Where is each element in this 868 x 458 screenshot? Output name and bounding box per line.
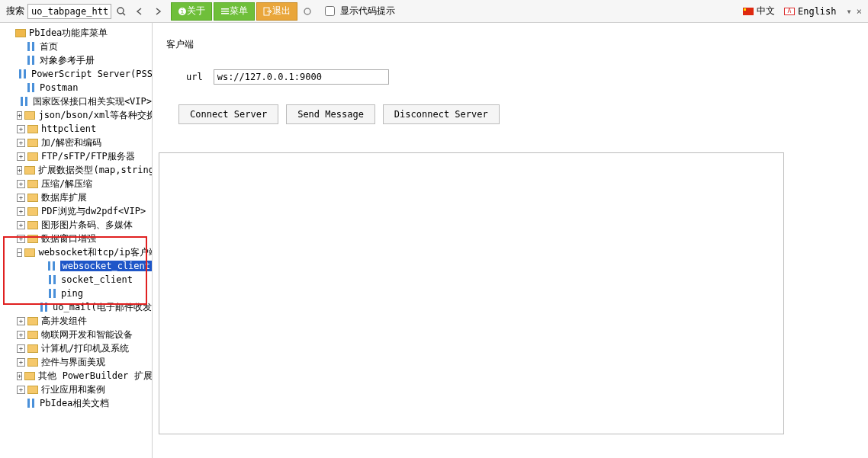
close-button[interactable]: × (857, 6, 862, 17)
show-code-hint-checkbox[interactable] (325, 6, 335, 16)
client-panel: url Connect Server Send Message Disconne… (159, 60, 868, 124)
tree-item-label: ping (61, 288, 83, 299)
folder-icon (27, 331, 38, 339)
tree-item[interactable]: +图形图片条码、多媒体 (14, 218, 152, 232)
expand-icon[interactable]: + (17, 207, 25, 216)
tree-item-label: 首页 (40, 40, 58, 53)
tree-item[interactable]: +加/解密和编码 (14, 136, 152, 149)
collapse-icon[interactable]: − (17, 248, 22, 257)
svg-rect-6 (221, 13, 229, 14)
tree-item-label: PDF浏览与dw2pdf<VIP> (41, 205, 146, 218)
folder-icon (15, 29, 26, 37)
expand-icon[interactable]: + (17, 139, 25, 147)
item-icon (27, 42, 37, 51)
svg-line-1 (123, 13, 125, 15)
url-input[interactable] (214, 69, 389, 85)
tree-item[interactable]: −websocket和tcp/ip客户端 (14, 245, 152, 259)
expand-icon[interactable]: + (17, 194, 25, 202)
expand-icon[interactable]: + (17, 331, 25, 339)
tree-item-label: 计算机/打印机及系统 (41, 342, 129, 355)
search-input[interactable] (27, 4, 111, 19)
item-icon (49, 275, 58, 284)
tree-subchildren: websocket_clientsocket_clientpinguo_mail… (14, 259, 152, 314)
folder-icon (27, 317, 38, 325)
tree-root-node[interactable]: PbIdea功能库菜单 (2, 26, 152, 40)
show-code-hint-toggle[interactable]: 显示代码提示 (317, 4, 400, 18)
tree-item[interactable]: +计算机/打印机及系统 (14, 341, 152, 355)
disconnect-button[interactable]: Disconnect Server (383, 104, 500, 124)
arrow-left-icon (136, 8, 143, 15)
lang-cn-button[interactable]: 中文 (739, 3, 779, 20)
tree-item[interactable]: ping (35, 287, 152, 300)
tree-item[interactable]: +扩展数据类型(map,string等) (14, 163, 152, 177)
tree-item[interactable]: +httpclient (14, 122, 152, 136)
search-icon (117, 7, 126, 16)
tree-item[interactable]: uo_mail(电子邮件收发) (35, 300, 152, 314)
expand-icon[interactable]: + (17, 235, 25, 243)
item-icon (49, 289, 58, 298)
about-button[interactable]: i关于 (171, 2, 212, 21)
tree-item-label: 图形图片条码、多媒体 (41, 219, 133, 232)
expand-icon[interactable]: + (17, 386, 25, 394)
tree-root-label: PbIdea功能库菜单 (29, 27, 108, 40)
menu-button[interactable]: 菜单 (214, 2, 255, 21)
tree-item[interactable]: +json/bson/xml等各种交换格式 (14, 108, 152, 122)
main: PbIdea功能库菜单 首页对象参考手册PowerScript Server(P… (0, 23, 868, 458)
expand-icon[interactable]: + (17, 317, 25, 325)
tree-item-label: 对象参考手册 (40, 54, 95, 67)
tab-client[interactable]: 客户端 (159, 35, 868, 54)
expand-icon[interactable]: + (17, 125, 25, 133)
folder-icon (24, 166, 35, 175)
tree-item[interactable]: +其他 PowerBuilder 扩展功能 (14, 369, 152, 383)
folder-icon (24, 111, 35, 120)
expand-icon[interactable]: + (17, 344, 25, 353)
tree-item[interactable]: 对象参考手册 (14, 53, 152, 67)
tree-item[interactable]: websocket_client (35, 259, 152, 273)
expand-icon[interactable]: + (17, 372, 22, 380)
arrow-right-icon (154, 8, 162, 15)
search-button[interactable] (113, 3, 130, 20)
flag-en-icon: A (784, 8, 795, 15)
tree-item[interactable]: 首页 (14, 40, 152, 53)
tree-item[interactable]: +PDF浏览与dw2pdf<VIP> (14, 204, 152, 218)
tree-item-label: 数据库扩展 (41, 191, 87, 204)
tree-item[interactable]: +行业应用和案例 (14, 383, 152, 396)
expand-icon[interactable]: + (17, 166, 22, 175)
expand-icon[interactable]: + (17, 111, 22, 120)
expand-icon[interactable]: + (17, 358, 25, 367)
tree-item[interactable]: Postman (14, 81, 152, 94)
sidebar[interactable]: PbIdea功能库菜单 首页对象参考手册PowerScript Server(P… (0, 23, 153, 458)
nav-back-button[interactable] (131, 3, 148, 20)
output-textarea[interactable] (159, 152, 784, 434)
item-icon (27, 399, 37, 408)
connect-button[interactable]: Connect Server (178, 104, 278, 124)
tree-item[interactable]: PowerScript Server(PSS)<VIP> (14, 67, 152, 81)
minimize-button[interactable]: ▾ (847, 6, 852, 17)
record-button[interactable] (299, 3, 316, 20)
tree-item[interactable]: +控件与界面美观 (14, 355, 152, 369)
send-button[interactable]: Send Message (286, 104, 375, 124)
tree-item[interactable]: +数据库扩展 (14, 191, 152, 204)
tree-item[interactable]: +压缩/解压缩 (14, 177, 152, 191)
tree-item[interactable]: +数据窗口增强 (14, 232, 152, 245)
svg-text:i: i (180, 8, 184, 15)
exit-button[interactable]: 退出 (256, 2, 297, 21)
lang-en-button[interactable]: AEnglish (780, 3, 841, 20)
folder-icon (27, 358, 38, 367)
tree-item-label: 数据窗口增强 (41, 232, 96, 245)
tree-item[interactable]: PbIdea相关文档 (14, 396, 152, 410)
expand-icon[interactable]: + (17, 180, 25, 188)
tree-item[interactable]: +高并发组件 (14, 314, 152, 328)
tree-item-label: PbIdea相关文档 (40, 397, 109, 410)
expand-icon[interactable]: + (17, 152, 25, 161)
toolbar: 搜索 i关于 菜单 退出 显示代码提示 中文 AEnglish ▾ × (0, 0, 868, 23)
tree: PbIdea功能库菜单 首页对象参考手册PowerScript Server(P… (0, 26, 152, 410)
tree-item[interactable]: 国家医保接口相关实现<VIP> (14, 94, 152, 108)
expand-icon[interactable]: + (17, 221, 25, 229)
toggle-spacer (17, 399, 25, 408)
tree-item[interactable]: socket_client (35, 273, 152, 287)
nav-forward-button[interactable] (149, 3, 166, 20)
tree-item-label: uo_mail(电子邮件收发) (53, 301, 153, 314)
tree-item[interactable]: +物联网开发和智能设备 (14, 328, 152, 341)
tree-item[interactable]: +FTP/sFTP/FTP服务器 (14, 149, 152, 163)
